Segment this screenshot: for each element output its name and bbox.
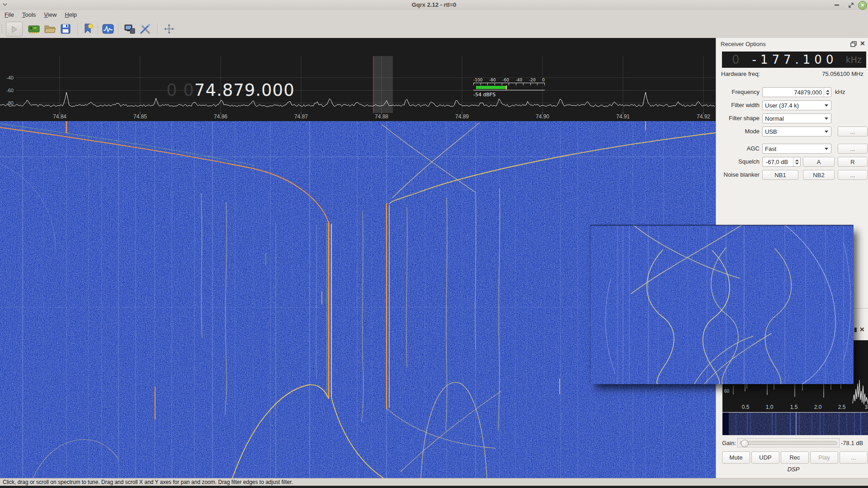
rec-button[interactable]: Rec xyxy=(781,451,809,464)
bookmarks-icon[interactable] xyxy=(82,23,94,35)
lcd-leading-zero: 0 xyxy=(732,53,740,66)
gain-slider-handle[interactable] xyxy=(741,440,749,447)
toolbar-separator xyxy=(98,23,99,34)
signal-meter-peak-mark xyxy=(506,85,507,89)
menu-tools[interactable]: Tools xyxy=(22,11,36,18)
status-bar: Click, drag or scroll on spectrum to tun… xyxy=(0,478,868,486)
squelch-auto-button[interactable]: A xyxy=(803,157,835,167)
signal-meter-ruler xyxy=(473,83,545,85)
gain-slider-groove[interactable] xyxy=(740,441,837,445)
minimize-button[interactable] xyxy=(833,1,840,9)
filter-width-value: User (37.4 k) xyxy=(765,102,825,109)
audio-y-label-fragment: 60 xyxy=(724,389,730,394)
title-bar[interactable]: Gqrx 2.12 - rtl=0 ✕ xyxy=(0,0,868,10)
waterfall-zoom-overlay[interactable] xyxy=(590,225,854,384)
spectrum-y-label: -40 xyxy=(6,75,14,80)
audio-waterfall[interactable] xyxy=(722,413,868,435)
audio-x-label: 1.5 xyxy=(790,404,798,410)
chevron-down-icon xyxy=(825,104,828,107)
signal-meter: -100-80-60-40-200 -54 dBFS xyxy=(473,78,545,100)
squelch-reset-button[interactable]: R xyxy=(838,157,868,167)
menu-help[interactable]: Help xyxy=(65,11,77,18)
screen-bottom-strip xyxy=(0,486,868,488)
fft-settings-icon[interactable] xyxy=(102,23,114,35)
meter-tick-label: 0 xyxy=(542,78,545,82)
spectrum-panel: -40-60-8074.8474.8574.8674.8774.8874.897… xyxy=(0,38,716,121)
close-panel-icon[interactable]: ✕ xyxy=(860,40,865,47)
restore-button[interactable] xyxy=(847,1,854,9)
signal-meter-scale: -100-80-60-40-200 xyxy=(473,78,545,82)
remote-control-icon[interactable] xyxy=(124,23,136,35)
frequency-display[interactable]: 0 074.879.000 xyxy=(166,80,295,100)
audio-options-button[interactable]: ... xyxy=(840,451,868,464)
signal-meter-bar xyxy=(476,86,506,89)
menu-bar: FileToolsViewHelp xyxy=(0,10,868,19)
frequency-spinner[interactable] xyxy=(824,88,831,97)
play-button[interactable]: Play xyxy=(810,451,838,464)
window-title: Gqrx 2.12 - rtl=0 xyxy=(0,1,868,8)
mode-options-button[interactable]: ... xyxy=(838,127,868,136)
filter-band xyxy=(373,56,393,113)
meter-tick-label: -80 xyxy=(489,78,496,82)
mute-button[interactable]: Mute xyxy=(722,451,750,464)
toolbar-drag-handle[interactable] xyxy=(1,24,4,34)
toolbar xyxy=(0,19,868,38)
hardware-freq-value: 75.056100 MHz xyxy=(822,70,863,77)
lcd-offset-display[interactable]: 0 -177.100 kHz xyxy=(722,52,866,68)
mode-label: Mode xyxy=(718,128,760,135)
mode-select[interactable]: USB xyxy=(762,127,831,136)
nb1-button[interactable]: NB1 xyxy=(762,170,798,180)
frequency-input[interactable]: 74879,000 xyxy=(762,87,831,97)
gain-slider[interactable] xyxy=(737,438,840,447)
float-panel-icon[interactable] xyxy=(850,41,857,47)
filter-width-label: Filter width xyxy=(718,102,760,108)
toolbar-separator xyxy=(118,23,119,34)
frequency-label: Frequency xyxy=(718,89,760,95)
spectrum-plot[interactable]: -40-60-8074.8474.8574.8674.8774.8874.897… xyxy=(0,38,716,121)
start-dsp-button[interactable] xyxy=(6,22,23,37)
fullscreen-icon[interactable] xyxy=(163,23,175,35)
gain-label: Gain: xyxy=(722,440,736,446)
toolbar-separator xyxy=(157,23,158,34)
meter-tick-label: -100 xyxy=(473,78,482,82)
squelch-input[interactable]: -67,0 dB xyxy=(762,157,801,167)
close-button[interactable]: ✕ xyxy=(858,1,867,10)
lcd-unit: kHz xyxy=(846,55,862,65)
meter-tick-label: -60 xyxy=(502,78,509,82)
toolbar-separator xyxy=(78,23,79,34)
agc-select[interactable]: Fast xyxy=(762,144,831,154)
squelch-label: Squelch xyxy=(718,158,760,165)
audio-x-label: 3 xyxy=(865,404,868,410)
noise-blanker-label: Noise blanker xyxy=(718,171,760,178)
io-devices-icon[interactable] xyxy=(28,23,40,35)
meter-tick-label: -40 xyxy=(516,78,523,82)
filter-shape-select[interactable]: Normal xyxy=(762,113,831,123)
hardware-freq-label: Hardware freq: xyxy=(721,70,760,77)
lcd-value: -177.100 xyxy=(752,53,838,66)
frequency-display-value: 74.879.000 xyxy=(194,80,295,100)
menu-file[interactable]: File xyxy=(5,11,14,18)
frequency-value: 74879,000 xyxy=(763,89,824,96)
close-audio-panel-icon[interactable]: ✕ xyxy=(859,326,865,333)
noise-blanker-options-button[interactable]: ... xyxy=(838,170,868,180)
save-file-icon[interactable] xyxy=(60,23,71,35)
dsp-tab-label[interactable]: DSP xyxy=(757,466,830,473)
signal-meter-value: -54 dBFS xyxy=(473,92,545,98)
close-icon: ✕ xyxy=(861,3,864,8)
audio-x-label: 1.0 xyxy=(766,404,774,410)
udp-button[interactable]: UDP xyxy=(751,451,779,464)
tools-icon[interactable] xyxy=(139,23,151,35)
squelch-spinner[interactable] xyxy=(793,157,800,166)
filter-width-select[interactable]: User (37.4 k) xyxy=(762,100,831,110)
mode-value: USB xyxy=(765,128,825,135)
open-file-icon[interactable] xyxy=(44,23,56,35)
agc-options-button[interactable]: ... xyxy=(838,144,868,154)
restore-icon xyxy=(848,2,854,8)
float-panel-icon[interactable] xyxy=(854,328,857,332)
meter-tick-label: -20 xyxy=(529,78,536,82)
nb2-button[interactable]: NB2 xyxy=(803,170,835,180)
chevron-down-icon xyxy=(825,148,828,150)
audio-x-label: 2.5 xyxy=(838,404,846,410)
status-text: Click, drag or scroll on spectrum to tun… xyxy=(3,479,293,485)
menu-view[interactable]: View xyxy=(44,11,57,18)
